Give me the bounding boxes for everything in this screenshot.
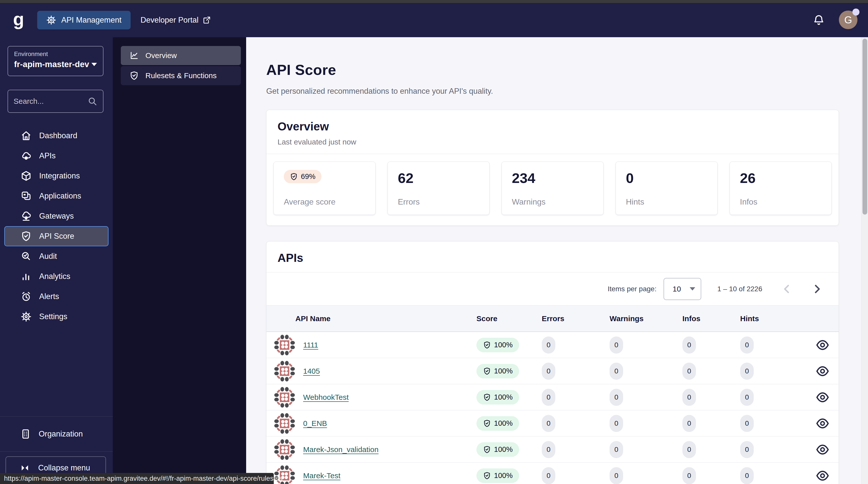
errors-count-badge: 0 [542,467,555,484]
view-api-eye-icon[interactable] [815,443,830,457]
collapse-menu-label: Collapse menu [38,463,90,473]
api-name-link[interactable]: 0_ENB [303,419,327,428]
view-api-eye-icon[interactable] [815,416,830,430]
sidebar-item-label: Audit [39,252,57,261]
warnings-count-badge: 0 [610,467,623,484]
view-api-eye-icon[interactable] [815,364,830,378]
subnav-item-label: Rulesets & Functions [146,71,217,80]
view-api-eye-icon[interactable] [815,338,830,352]
subnav-item-rulesets-functions[interactable]: Rulesets & Functions [121,66,241,85]
table-row: Marek-Json_validation 100% 0 0 0 0 [267,436,839,463]
sidebar-item-alerts[interactable]: Alerts [4,286,108,307]
shield-check-icon [483,446,491,454]
sidebar-item-label: Integrations [39,171,80,180]
sidebar-item-analytics[interactable]: Analytics [4,266,108,286]
api-identicon-avatar [274,413,295,434]
search-input[interactable] [13,97,87,105]
score-value: 100% [494,419,513,427]
sidebar-item-apis[interactable]: APIs [4,146,108,166]
hints-count-badge: 0 [740,363,754,380]
user-menu[interactable]: G [839,10,858,30]
sidebar-item-gateways[interactable]: Gateways [4,206,108,226]
sidebar-item-api-score[interactable]: API Score [4,226,108,246]
items-per-page-select[interactable]: 10 [663,278,701,300]
infos-count-badge: 0 [682,467,696,484]
api-name-link[interactable]: Marek-Json_validation [303,445,378,454]
column-score: Score [467,314,533,323]
organization-building-icon [20,428,31,440]
window-chrome-strip [0,0,868,3]
notifications-bell-icon[interactable] [813,14,825,26]
table-body: 1111 100% 0 0 0 0 1405 100% 0 [267,332,839,484]
items-per-page-value: 10 [673,285,681,293]
next-page-button[interactable] [811,283,823,295]
chevron-right-icon [811,283,823,295]
sidebar-item-settings[interactable]: Settings [4,307,108,327]
pagination-bar: Items per page: 10 1 – 10 of 2226 [267,272,839,305]
sidebar-item-label: Applications [39,191,81,201]
sidebar-item-dashboard[interactable]: Dashboard [4,126,108,146]
table-row: Marek-Test 100% 0 0 0 0 [267,463,839,484]
app-switcher-label: API Management [61,16,122,25]
main-content: API Score Get personalized recommendatio… [246,37,868,484]
main-scrollbar[interactable] [862,37,868,484]
table-row: 0_ENB 100% 0 0 0 0 [267,411,839,436]
app-switcher-api-management[interactable]: API Management [37,11,131,29]
secondary-sidebar: Overview Rulesets & Functions [113,37,246,484]
gear-chart-icon [46,15,56,25]
environment-value: fr-apim-master-dev [14,60,89,69]
sidebar-item-label: APIs [39,151,56,160]
infos-count-badge: 0 [682,363,696,380]
subnav-item-overview[interactable]: Overview [121,46,241,65]
column-hints: Hints [731,314,792,323]
score-badge: 100% [476,338,519,352]
warnings-count-badge: 0 [610,415,623,432]
gravitee-logo[interactable]: g [13,10,24,28]
stat-card-errors: 62 Errors [388,161,490,215]
api-name-link[interactable]: WebhookTest [303,393,349,401]
table-row: 1405 100% 0 0 0 0 [267,358,839,384]
shield-check-icon [129,71,139,81]
line-chart-icon [129,51,139,60]
infos-count-badge: 0 [682,389,696,406]
warnings-count-badge: 0 [610,441,623,458]
developer-portal-link[interactable]: Developer Portal [141,16,211,25]
stats-row: 69% Average score 62 Errors 234 Warnings… [267,154,839,225]
apis-title: APIs [278,251,828,265]
sidebar-item-integrations[interactable]: Integrations [4,166,108,186]
hints-count-badge: 0 [740,389,754,406]
collapse-arrows-icon [20,463,30,473]
sidebar-item-label: Settings [39,312,67,321]
cloud-download-icon [21,211,32,222]
score-badge: 100% [476,442,519,457]
infos-count-badge: 0 [682,415,696,432]
chevron-down-icon [91,63,97,66]
api-name-link[interactable]: 1111 [303,341,318,349]
api-identicon-avatar [274,439,295,460]
shield-check-icon [483,367,491,375]
previous-page-button[interactable] [781,283,793,295]
score-value: 100% [494,472,513,480]
sidebar-search[interactable] [7,90,103,113]
sidebar-item-applications[interactable]: Applications [4,186,108,206]
score-value: 100% [494,367,513,375]
stat-card-average-score: 69% Average score [274,161,375,215]
view-api-eye-icon[interactable] [815,390,830,404]
api-identicon-avatar [274,334,295,356]
sidebar-item-audit[interactable]: Audit [4,246,108,266]
browser-status-tooltip: https://apim-master-console.team-apim.gr… [0,473,274,484]
scrollbar-thumb[interactable] [863,39,867,215]
view-api-eye-icon[interactable] [815,469,830,483]
sidebar-item-organization[interactable]: Organization [0,416,113,452]
topbar: g API Management Developer Portal G [0,3,868,37]
api-name-link[interactable]: Marek-Test [303,472,340,480]
score-value: 100% [494,445,513,454]
sidebar-menu: Dashboard APIs Integrations Applications… [0,126,113,327]
api-name-link[interactable]: 1405 [303,367,320,375]
page-subtitle: Get personalized recommendations to enha… [266,87,839,96]
overlapping-squares-icon [21,190,32,202]
errors-count-badge: 0 [542,441,555,458]
environment-select[interactable]: Environment fr-apim-master-dev [7,46,103,76]
errors-count-badge: 0 [542,336,555,354]
shield-check-icon [483,472,491,480]
